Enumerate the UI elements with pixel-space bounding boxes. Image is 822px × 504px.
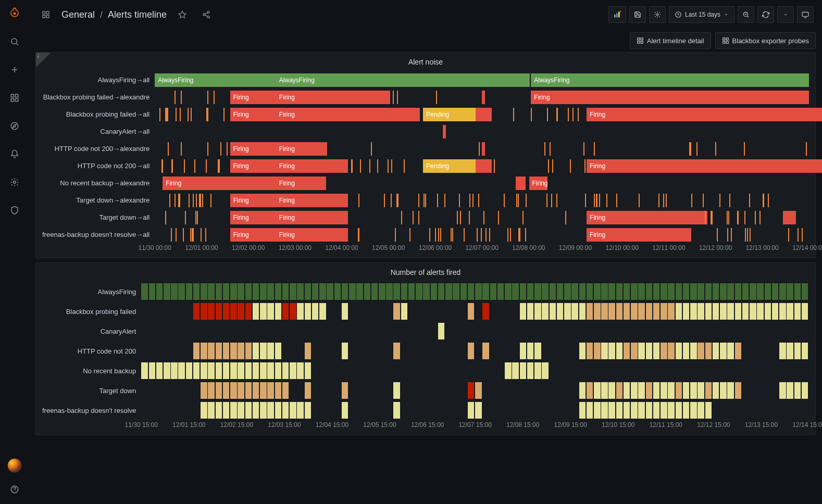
heatmap-row[interactable]: [141, 301, 809, 321]
axis-tick: 12/12 15:00: [697, 421, 730, 429]
axis-tick: 12/03 00:00: [279, 244, 312, 251]
svg-rect-11: [43, 15, 45, 18]
axis-tick: 12/10 15:00: [602, 421, 634, 429]
timeline-row[interactable]: FiringFiringFiring: [155, 174, 809, 192]
zoom-out-button[interactable]: [738, 6, 754, 23]
state-timeline-chart[interactable]: AlwaysFiring→allBlackbox probing failed→…: [36, 69, 815, 258]
axis-tick: 12/05 00:00: [372, 244, 405, 251]
refresh-interval-dropdown[interactable]: [777, 6, 794, 23]
share-icon[interactable]: [198, 6, 215, 23]
dashboard-links: Alert timeline detail Blackbox exporter …: [29, 29, 822, 52]
timeline-row[interactable]: FiringFiringFiring: [155, 209, 809, 226]
axis-tick: 12/08 00:00: [512, 244, 545, 251]
shield-icon[interactable]: [6, 202, 23, 219]
link-label: Alert timeline detail: [647, 37, 704, 45]
settings-button[interactable]: [649, 6, 666, 23]
axis-tick: 12/06 00:00: [419, 244, 452, 251]
heatmap-row[interactable]: [141, 400, 809, 420]
svg-point-1: [11, 39, 17, 44]
sidebar-nav: [0, 0, 29, 504]
svg-rect-27: [723, 38, 725, 40]
search-icon[interactable]: [6, 33, 23, 50]
axis-tick: 12/11 00:00: [652, 244, 685, 251]
svg-rect-25: [638, 41, 640, 43]
heatmap-series-label: No recent backup: [42, 361, 141, 381]
svg-rect-28: [726, 38, 728, 40]
timeline-series-label: HTTP code not 200→alexandre: [42, 140, 155, 157]
axis-tick: 12/02 15:00: [220, 421, 253, 429]
timeline-row[interactable]: FiringPendingFiringFiring: [155, 106, 809, 123]
star-icon[interactable]: [174, 6, 191, 23]
svg-rect-16: [614, 15, 616, 17]
plus-icon[interactable]: [6, 61, 23, 78]
panel-info-corner[interactable]: i: [36, 53, 51, 67]
heatmap-series-label: Target down: [42, 381, 141, 400]
heatmap-row[interactable]: [141, 321, 809, 341]
panel-alert-noise: i Alert noise AlwaysFiring→allBlackbox p…: [35, 52, 816, 258]
timeline-series-label: Target down→all: [42, 209, 155, 226]
axis-tick: 12/13 15:00: [745, 421, 778, 429]
timeline-row[interactable]: AlwaysFiringAlwaysFiringAlwaysFiring: [155, 71, 809, 89]
refresh-button[interactable]: [757, 6, 774, 23]
breadcrumb: General / Alerts timeline: [61, 9, 167, 20]
timeline-row[interactable]: FiringPendingFiringFiring: [155, 157, 809, 174]
grafana-logo[interactable]: [7, 6, 22, 21]
time-range-picker[interactable]: Last 15 days: [669, 6, 734, 23]
timeline-series-label: HTTP code not 200→all: [42, 157, 155, 174]
axis-tick: 12/02 00:00: [232, 244, 265, 251]
page-title[interactable]: Alerts timeline: [108, 9, 167, 20]
svg-rect-30: [726, 41, 728, 43]
svg-rect-23: [638, 38, 640, 40]
bell-icon[interactable]: [6, 146, 23, 162]
axis-tick: 12/07 15:00: [458, 421, 491, 429]
axis-tick: 12/04 00:00: [325, 244, 358, 251]
gear-icon[interactable]: [6, 174, 23, 191]
axis-tick: 12/01 15:00: [172, 421, 205, 429]
heatmap-chart[interactable]: AlwaysFiringBlackbox probing failedCanar…: [36, 280, 815, 435]
link-alert-timeline-detail[interactable]: Alert timeline detail: [630, 32, 711, 49]
heatmap-series-label: CanaryAlert: [42, 321, 141, 341]
compass-icon[interactable]: [6, 118, 23, 134]
svg-rect-10: [46, 11, 49, 14]
apps-icon[interactable]: [6, 90, 23, 106]
heatmap-row[interactable]: [141, 341, 809, 361]
axis-tick: 12/14 00:00: [792, 244, 822, 251]
help-icon[interactable]: [6, 481, 23, 498]
svg-rect-12: [46, 15, 49, 18]
panel-title[interactable]: Alert noise: [36, 53, 815, 69]
heatmap-row[interactable]: [141, 381, 809, 400]
svg-rect-29: [723, 41, 725, 43]
svg-point-19: [656, 14, 658, 16]
timeline-row[interactable]: FiringFiringFiring: [155, 89, 809, 106]
panel-title[interactable]: Number of alerts fired: [36, 263, 815, 280]
timeline-series-label: CanaryAlert→all: [42, 123, 155, 140]
avatar[interactable]: [7, 458, 22, 473]
axis-tick: 12/12 00:00: [699, 244, 732, 251]
breadcrumb-folder[interactable]: General: [61, 9, 95, 20]
axis-tick: 11/30 00:00: [139, 244, 171, 251]
link-blackbox-exporter-probes[interactable]: Blackbox exporter probes: [715, 32, 816, 49]
timeline-row[interactable]: FiringFiring: [155, 192, 809, 209]
add-panel-button[interactable]: [608, 6, 626, 23]
heatmap-row[interactable]: [141, 361, 809, 381]
timeline-series-label: AlwaysFiring→all: [42, 71, 155, 89]
timeline-row[interactable]: FiringFiring: [155, 140, 809, 157]
timeline-series-label: No recent backup→alexandre: [42, 174, 155, 192]
tv-mode-button[interactable]: [797, 6, 814, 23]
timeline-row[interactable]: FiringFiringFiring: [155, 226, 809, 243]
svg-point-13: [207, 11, 209, 13]
save-button[interactable]: [629, 6, 646, 23]
axis-tick: 12/01 00:00: [185, 244, 218, 251]
svg-rect-5: [16, 99, 18, 102]
heatmap-row[interactable]: [141, 282, 809, 301]
link-label: Blackbox exporter probes: [732, 37, 809, 45]
heatmap-series-label: AlwaysFiring: [42, 282, 141, 301]
svg-point-14: [203, 14, 205, 16]
svg-rect-4: [11, 99, 14, 102]
timeline-row[interactable]: [155, 123, 809, 140]
axis-tick: 12/07 00:00: [465, 244, 498, 251]
axis-tick: 12/06 15:00: [411, 421, 444, 429]
timeline-series-label: Blackbox probing failed→alexandre: [42, 89, 155, 106]
breadcrumb-separator: /: [100, 9, 103, 20]
dashboards-breadcrumb-icon[interactable]: [38, 6, 54, 23]
